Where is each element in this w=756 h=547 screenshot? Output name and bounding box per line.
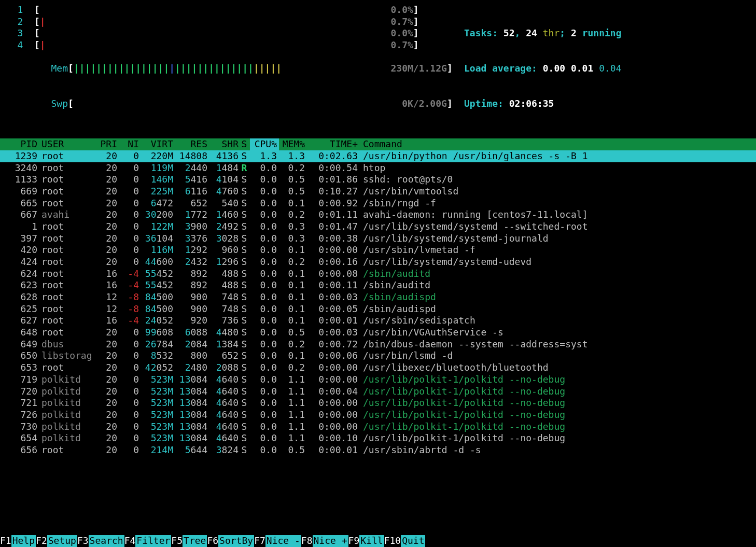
cell-pri: 20 [89, 409, 117, 421]
process-row[interactable]: 627root16-424052920736S0.00.10:00.01/usr… [0, 315, 756, 327]
process-row[interactable]: 625root12-884500900748S0.00.10:00.05/sbi… [0, 303, 756, 315]
cell-pid: 649 [0, 339, 37, 350]
process-row[interactable]: 1root200122M39002492S0.00.30:01.47/usr/l… [0, 221, 756, 233]
fnkey-f7[interactable]: F7Nice - [254, 535, 301, 547]
cell-state: S [239, 209, 250, 221]
column-ni[interactable]: NI [117, 138, 139, 150]
cell-cpu: 0.0 [250, 409, 279, 421]
process-row[interactable]: 628root12-884500900748S0.00.10:00.03/sbi… [0, 291, 756, 303]
column-pri[interactable]: PRI [89, 138, 117, 150]
cell-res: 900 [173, 291, 207, 303]
column-pid[interactable]: PID [0, 138, 37, 150]
cell-virt: 523M [139, 432, 173, 444]
process-row[interactable]: 648root2009960860884480S0.00.50:00.03/us… [0, 327, 756, 339]
fnkey-f1[interactable]: F1Help [0, 535, 36, 547]
cell-virt: 24052 [139, 315, 173, 327]
column-mem[interactable]: MEM% [279, 138, 305, 150]
process-row[interactable]: 3240root200119M24401484R0.00.20:00.54hto… [0, 162, 756, 174]
cell-pri: 12 [89, 291, 117, 303]
header: 1 [0.0%]2 [|0.7%]3 [0.0%]4 [|0.7%] Mem[|… [0, 0, 756, 133]
fnkey-f6[interactable]: F6SortBy [207, 535, 254, 547]
cell-shr: 1484 [207, 162, 239, 174]
cell-virt: 146M [139, 174, 173, 186]
column-cpu[interactable]: CPU% [250, 138, 279, 150]
cell-pri: 20 [89, 186, 117, 198]
column-command[interactable]: Command [358, 138, 756, 150]
process-row[interactable]: 653root2004205224802088S0.00.20:00.00/us… [0, 362, 756, 374]
function-key-bar[interactable]: F1Help F2Setup F3SearchF4FilterF5Tree F6… [0, 535, 756, 547]
process-row[interactable]: 669root200225M61164760S0.00.50:10.27/usr… [0, 186, 756, 198]
cell-time: 0:01.11 [305, 209, 358, 221]
cell-shr: 3824 [207, 444, 239, 456]
column-s[interactable]: S [239, 138, 250, 150]
process-row[interactable]: 665root2006472652540S0.00.10:00.92/sbin/… [0, 198, 756, 209]
cell-pri: 20 [89, 362, 117, 374]
process-row[interactable]: 424root2004460024321296S0.00.20:00.16/us… [0, 256, 756, 268]
fnkey-f10[interactable]: F10Quit [384, 535, 426, 547]
process-row[interactable]: 719polkitd200523M130844640S0.01.10:00.00… [0, 374, 756, 386]
fnkey-f3[interactable]: F3Search [77, 535, 124, 547]
process-row[interactable]: 654polkitd200523M130844640S0.01.10:00.10… [0, 432, 756, 444]
cell-pri: 16 [89, 315, 117, 327]
cell-shr: 2088 [207, 362, 239, 374]
cell-time: 0:00.72 [305, 339, 358, 350]
table-header[interactable]: PIDUSERPRINIVIRTRESSHRSCPU%MEM%TIME+Comm… [0, 138, 756, 150]
process-row[interactable]: 720polkitd200523M130844640S0.01.10:00.04… [0, 386, 756, 398]
column-virt[interactable]: VIRT [139, 138, 173, 150]
cell-ni: 0 [117, 409, 139, 421]
cell-pid: 625 [0, 303, 37, 315]
cell-cpu: 0.0 [250, 233, 279, 245]
process-row[interactable]: 397root2003610433763028S0.00.30:00.38/us… [0, 233, 756, 245]
cell-shr: 488 [207, 279, 239, 291]
cell-res: 13084 [173, 432, 207, 444]
process-row[interactable]: 649dbus2002678420841384S0.00.20:00.72/bi… [0, 339, 756, 350]
column-res[interactable]: RES [173, 138, 207, 150]
cell-cpu: 0.0 [250, 244, 279, 256]
cell-ni: 0 [117, 209, 139, 221]
cpu-meter-4: 4 [|0.7%] [16, 39, 464, 51]
cell-res: 13084 [173, 386, 207, 398]
fnkey-f4[interactable]: F4Filter [124, 535, 172, 547]
cell-user: root [37, 362, 89, 374]
cell-res: 2084 [173, 339, 207, 350]
column-user[interactable]: USER [37, 138, 89, 150]
cell-cpu: 0.0 [250, 186, 279, 198]
process-table[interactable]: PIDUSERPRINIVIRTRESSHRSCPU%MEM%TIME+Comm… [0, 138, 756, 456]
cell-ni: 0 [117, 221, 139, 233]
cell-state: S [239, 150, 250, 162]
process-row[interactable]: 667avahi2003020017721460S0.00.20:01.11av… [0, 209, 756, 221]
cell-cpu: 0.0 [250, 444, 279, 456]
cell-pri: 20 [89, 233, 117, 245]
cell-cpu: 0.0 [250, 327, 279, 339]
cell-user: root [37, 162, 89, 174]
cell-pid: 1239 [0, 150, 37, 162]
process-row[interactable]: 721polkitd200523M130844640S0.01.10:00.00… [0, 397, 756, 409]
process-row[interactable]: 656root200214M56443824S0.00.50:00.01/usr… [0, 444, 756, 456]
cell-pri: 20 [89, 221, 117, 233]
cell-state: S [239, 315, 250, 327]
process-row[interactable]: 420root200116M1292960S0.00.10:00.00/usr/… [0, 244, 756, 256]
cell-time: 0:01.86 [305, 174, 358, 186]
fnkey-f2[interactable]: F2Setup [36, 535, 77, 547]
column-time[interactable]: TIME+ [305, 138, 358, 150]
process-row[interactable]: 624root16-455452892488S0.00.10:00.08/sbi… [0, 268, 756, 280]
cell-mem: 1.1 [279, 409, 305, 421]
process-row[interactable]: 730polkitd200523M130844640S0.01.10:00.00… [0, 421, 756, 433]
process-row[interactable]: 1133root200146M54164104S0.00.50:01.86ssh… [0, 174, 756, 186]
fnkey-f8[interactable]: F8Nice + [301, 535, 348, 547]
cell-mem: 0.1 [279, 268, 305, 280]
cell-res: 1292 [173, 244, 207, 256]
column-shr[interactable]: SHR [207, 138, 239, 150]
fnkey-f5[interactable]: F5Tree [171, 535, 207, 547]
cell-mem: 0.2 [279, 162, 305, 174]
process-row[interactable]: 726polkitd200523M130844640S0.01.10:00.00… [0, 409, 756, 421]
fnkey-f9[interactable]: F9Kill [348, 535, 384, 547]
cell-cpu: 0.0 [250, 374, 279, 386]
cell-mem: 0.1 [279, 198, 305, 209]
process-row[interactable]: 1239root200220M148084136S1.31.30:02.63/u… [0, 150, 756, 162]
cell-ni: 0 [117, 256, 139, 268]
cell-pid: 397 [0, 233, 37, 245]
cell-res: 13084 [173, 374, 207, 386]
process-row[interactable]: 623root16-455452892488S0.00.10:00.11/sbi… [0, 279, 756, 291]
process-row[interactable]: 650libstorag2008532800652S0.00.10:00.06/… [0, 350, 756, 362]
